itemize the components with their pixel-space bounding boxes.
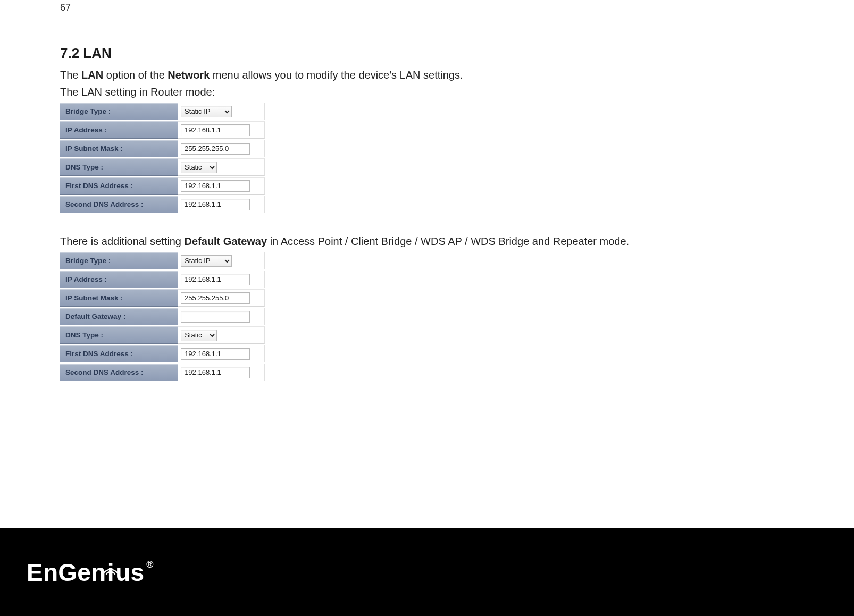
first-dns-input[interactable]	[181, 348, 250, 360]
dns-type-select[interactable]: Static	[181, 330, 217, 341]
svg-point-0	[110, 573, 112, 575]
wifi-icon	[103, 553, 118, 581]
engenius-logo: EnGen i us ®	[27, 558, 154, 587]
ip-address-input[interactable]	[181, 274, 250, 285]
footer-bar: EnGen i us ®	[0, 528, 854, 616]
field-label-dns-type: DNS Type :	[60, 158, 178, 176]
field-cell	[178, 121, 265, 139]
table-row: Second DNS Address :	[60, 196, 265, 213]
field-cell: Static IP	[178, 103, 265, 120]
page-number: 67	[60, 0, 854, 13]
ip-address-input[interactable]	[181, 124, 250, 136]
table-row: IP Address :	[60, 121, 265, 139]
logo-post: us	[115, 558, 144, 587]
field-cell	[178, 364, 265, 381]
document-page: 67 7.2 LAN The LAN option of the Network…	[0, 0, 854, 616]
intro-pre: The	[60, 69, 81, 81]
bridge-type-select[interactable]: Static IP	[181, 255, 232, 267]
table-row: DNS Type : Static	[60, 326, 265, 344]
field-label-default-gateway: Default Gateway :	[60, 308, 178, 325]
field-label-first-dns: First DNS Address :	[60, 345, 178, 362]
table-row: Bridge Type : Static IP	[60, 103, 265, 120]
table-row: Default Gateway :	[60, 308, 265, 325]
intro-b1: LAN	[81, 69, 103, 81]
midtext-pre: There is additional setting	[60, 235, 184, 247]
intro-mid: option of the	[103, 69, 168, 81]
field-label-second-dns: Second DNS Address :	[60, 196, 178, 213]
field-cell: Static IP	[178, 252, 265, 269]
dns-type-select[interactable]: Static	[181, 162, 217, 173]
subnet-mask-input[interactable]	[181, 292, 250, 304]
field-label-dns-type: DNS Type :	[60, 326, 178, 344]
table-row: IP Address :	[60, 271, 265, 288]
table-row: Second DNS Address :	[60, 364, 265, 381]
field-cell	[178, 196, 265, 213]
lan-settings-table-ap: Bridge Type : Static IP IP Address : IP …	[60, 251, 265, 382]
logo-pre: EnGen	[27, 558, 106, 587]
section-heading: 7.2 LAN	[60, 45, 854, 62]
logo-i-with-wifi: i	[106, 558, 115, 587]
field-cell: Static	[178, 158, 265, 176]
field-cell	[178, 177, 265, 195]
field-label-bridge-type: Bridge Type :	[60, 252, 178, 269]
field-cell	[178, 271, 265, 288]
second-dns-input[interactable]	[181, 199, 250, 210]
field-label-second-dns: Second DNS Address :	[60, 364, 178, 381]
table-row: DNS Type : Static	[60, 158, 265, 176]
intro-b2: Network	[168, 69, 210, 81]
registered-icon: ®	[146, 559, 153, 570]
second-dns-input[interactable]	[181, 367, 250, 378]
field-cell: Static	[178, 326, 265, 344]
midtext-bold: Default Gateway	[184, 235, 267, 247]
field-cell	[178, 345, 265, 362]
field-label-ip-address: IP Address :	[60, 271, 178, 288]
default-gateway-input[interactable]	[181, 311, 250, 323]
intro-paragraph: The LAN option of the Network menu allow…	[60, 67, 854, 83]
field-cell	[178, 140, 265, 157]
subheading-1: The LAN setting in Router mode:	[60, 86, 854, 98]
field-cell	[178, 289, 265, 307]
lan-settings-table-router: Bridge Type : Static IP IP Address : IP …	[60, 102, 265, 214]
field-label-subnet-mask: IP Subnet Mask :	[60, 140, 178, 157]
midtext-post: in Access Point / Client Bridge / WDS AP…	[267, 235, 629, 247]
field-label-subnet-mask: IP Subnet Mask :	[60, 289, 178, 307]
table-row: IP Subnet Mask :	[60, 140, 265, 157]
table-row: IP Subnet Mask :	[60, 289, 265, 307]
intro-post: menu allows you to modify the device's L…	[210, 69, 463, 81]
field-label-bridge-type: Bridge Type :	[60, 103, 178, 120]
bridge-type-select[interactable]: Static IP	[181, 106, 232, 117]
first-dns-input[interactable]	[181, 180, 250, 192]
midtext-paragraph: There is additional setting Default Gate…	[60, 235, 854, 248]
content-area: 67 7.2 LAN The LAN option of the Network…	[0, 0, 854, 382]
field-cell	[178, 308, 265, 325]
field-label-ip-address: IP Address :	[60, 121, 178, 139]
subnet-mask-input[interactable]	[181, 143, 250, 155]
table-row: First DNS Address :	[60, 177, 265, 195]
table-row: First DNS Address :	[60, 345, 265, 362]
logo-text: EnGen i us ®	[27, 558, 154, 587]
table-row: Bridge Type : Static IP	[60, 252, 265, 269]
field-label-first-dns: First DNS Address :	[60, 177, 178, 195]
